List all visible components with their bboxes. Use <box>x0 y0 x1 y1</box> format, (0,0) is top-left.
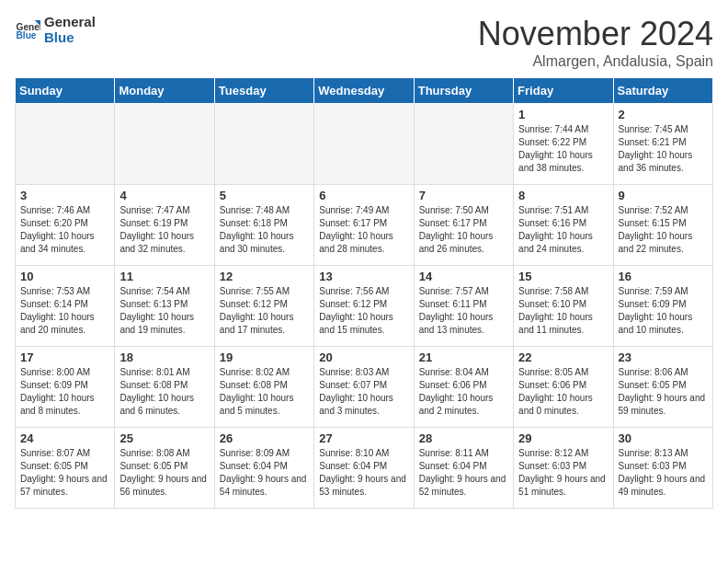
calendar-cell: 9Sunrise: 7:52 AM Sunset: 6:15 PM Daylig… <box>613 185 712 266</box>
day-number: 25 <box>119 431 209 445</box>
month-title: November 2024 <box>478 15 713 53</box>
day-number: 30 <box>619 431 708 445</box>
title-block: November 2024 Almargen, Andalusia, Spain <box>478 15 713 70</box>
day-number: 11 <box>119 270 209 283</box>
calendar-cell: 5Sunrise: 7:48 AM Sunset: 6:18 PM Daylig… <box>214 185 313 266</box>
day-number: 17 <box>20 350 109 364</box>
cell-info: Sunrise: 8:01 AM Sunset: 6:08 PM Dayligh… <box>119 366 209 418</box>
column-header-saturday: Saturday <box>613 78 712 104</box>
calendar-cell: 4Sunrise: 7:47 AM Sunset: 6:19 PM Daylig… <box>115 185 214 266</box>
calendar-table: SundayMondayTuesdayWednesdayThursdayFrid… <box>15 77 713 509</box>
calendar-cell: 21Sunrise: 8:04 AM Sunset: 6:06 PM Dayli… <box>414 347 513 428</box>
cell-info: Sunrise: 8:07 AM Sunset: 6:05 PM Dayligh… <box>20 447 109 499</box>
calendar-cell: 17Sunrise: 8:00 AM Sunset: 6:09 PM Dayli… <box>16 347 115 428</box>
day-number: 1 <box>518 108 608 121</box>
svg-text:Blue: Blue <box>17 30 37 40</box>
calendar-cell: 13Sunrise: 7:56 AM Sunset: 6:12 PM Dayli… <box>314 266 414 347</box>
calendar-cell: 16Sunrise: 7:59 AM Sunset: 6:09 PM Dayli… <box>613 266 712 347</box>
day-number: 2 <box>619 108 708 121</box>
calendar-cell <box>314 104 414 185</box>
week-row-4: 17Sunrise: 8:00 AM Sunset: 6:09 PM Dayli… <box>16 347 713 428</box>
calendar-cell: 10Sunrise: 7:53 AM Sunset: 6:14 PM Dayli… <box>16 266 115 347</box>
cell-info: Sunrise: 7:50 AM Sunset: 6:17 PM Dayligh… <box>419 204 508 256</box>
page-header: General Blue General Blue November 2024 … <box>15 15 713 70</box>
calendar-cell: 8Sunrise: 7:51 AM Sunset: 6:16 PM Daylig… <box>514 185 613 266</box>
day-number: 14 <box>419 270 508 283</box>
week-row-5: 24Sunrise: 8:07 AM Sunset: 6:05 PM Dayli… <box>16 428 713 509</box>
calendar-cell: 29Sunrise: 8:12 AM Sunset: 6:03 PM Dayli… <box>514 428 613 509</box>
cell-info: Sunrise: 8:13 AM Sunset: 6:03 PM Dayligh… <box>619 447 708 499</box>
calendar-cell: 28Sunrise: 8:11 AM Sunset: 6:04 PM Dayli… <box>414 428 513 509</box>
cell-info: Sunrise: 7:48 AM Sunset: 6:18 PM Dayligh… <box>220 204 309 256</box>
week-row-1: 1Sunrise: 7:44 AM Sunset: 6:22 PM Daylig… <box>16 104 713 185</box>
week-row-2: 3Sunrise: 7:46 AM Sunset: 6:20 PM Daylig… <box>16 185 713 266</box>
cell-info: Sunrise: 7:54 AM Sunset: 6:13 PM Dayligh… <box>119 285 209 337</box>
cell-info: Sunrise: 7:55 AM Sunset: 6:12 PM Dayligh… <box>220 285 309 337</box>
cell-info: Sunrise: 8:05 AM Sunset: 6:06 PM Dayligh… <box>518 366 608 418</box>
day-number: 22 <box>518 350 608 364</box>
cell-info: Sunrise: 8:03 AM Sunset: 6:07 PM Dayligh… <box>319 366 408 418</box>
logo-blue: Blue <box>44 30 96 46</box>
day-number: 24 <box>20 431 109 445</box>
calendar-cell: 19Sunrise: 8:02 AM Sunset: 6:08 PM Dayli… <box>214 347 313 428</box>
calendar-cell: 2Sunrise: 7:45 AM Sunset: 6:21 PM Daylig… <box>613 104 712 185</box>
day-number: 16 <box>619 270 708 283</box>
calendar-cell: 18Sunrise: 8:01 AM Sunset: 6:08 PM Dayli… <box>115 347 214 428</box>
cell-info: Sunrise: 7:44 AM Sunset: 6:22 PM Dayligh… <box>518 123 608 175</box>
day-number: 3 <box>20 189 109 202</box>
calendar-cell: 7Sunrise: 7:50 AM Sunset: 6:17 PM Daylig… <box>414 185 513 266</box>
cell-info: Sunrise: 7:52 AM Sunset: 6:15 PM Dayligh… <box>619 204 708 256</box>
cell-info: Sunrise: 8:04 AM Sunset: 6:06 PM Dayligh… <box>419 366 508 418</box>
cell-info: Sunrise: 7:46 AM Sunset: 6:20 PM Dayligh… <box>20 204 109 256</box>
calendar-cell <box>414 104 513 185</box>
column-header-sunday: Sunday <box>16 78 115 104</box>
calendar-header-row: SundayMondayTuesdayWednesdayThursdayFrid… <box>16 78 713 104</box>
day-number: 19 <box>220 350 309 364</box>
logo-icon: General Blue <box>15 17 40 43</box>
calendar-cell: 30Sunrise: 8:13 AM Sunset: 6:03 PM Dayli… <box>613 428 712 509</box>
cell-info: Sunrise: 8:10 AM Sunset: 6:04 PM Dayligh… <box>319 447 408 499</box>
calendar-cell: 15Sunrise: 7:58 AM Sunset: 6:10 PM Dayli… <box>514 266 613 347</box>
cell-info: Sunrise: 7:59 AM Sunset: 6:09 PM Dayligh… <box>619 285 708 337</box>
day-number: 21 <box>419 350 508 364</box>
day-number: 18 <box>119 350 209 364</box>
cell-info: Sunrise: 7:53 AM Sunset: 6:14 PM Dayligh… <box>20 285 109 337</box>
cell-info: Sunrise: 8:02 AM Sunset: 6:08 PM Dayligh… <box>220 366 309 418</box>
day-number: 9 <box>619 189 708 202</box>
logo-general: General <box>44 15 96 30</box>
calendar-cell: 22Sunrise: 8:05 AM Sunset: 6:06 PM Dayli… <box>514 347 613 428</box>
calendar-cell <box>214 104 313 185</box>
day-number: 20 <box>319 350 408 364</box>
day-number: 26 <box>220 431 309 445</box>
day-number: 12 <box>220 270 309 283</box>
day-number: 6 <box>319 189 408 202</box>
calendar-cell: 26Sunrise: 8:09 AM Sunset: 6:04 PM Dayli… <box>214 428 313 509</box>
cell-info: Sunrise: 8:12 AM Sunset: 6:03 PM Dayligh… <box>518 447 608 499</box>
cell-info: Sunrise: 7:51 AM Sunset: 6:16 PM Dayligh… <box>518 204 608 256</box>
day-number: 7 <box>419 189 508 202</box>
day-number: 8 <box>518 189 608 202</box>
logo: General Blue General Blue <box>15 15 96 45</box>
cell-info: Sunrise: 7:45 AM Sunset: 6:21 PM Dayligh… <box>619 123 708 175</box>
calendar-cell <box>16 104 115 185</box>
column-header-friday: Friday <box>514 78 613 104</box>
cell-info: Sunrise: 7:57 AM Sunset: 6:11 PM Dayligh… <box>419 285 508 337</box>
day-number: 29 <box>518 431 608 445</box>
calendar-cell: 11Sunrise: 7:54 AM Sunset: 6:13 PM Dayli… <box>115 266 214 347</box>
column-header-wednesday: Wednesday <box>314 78 414 104</box>
cell-info: Sunrise: 7:58 AM Sunset: 6:10 PM Dayligh… <box>518 285 608 337</box>
cell-info: Sunrise: 8:08 AM Sunset: 6:05 PM Dayligh… <box>119 447 209 499</box>
cell-info: Sunrise: 7:47 AM Sunset: 6:19 PM Dayligh… <box>119 204 209 256</box>
cell-info: Sunrise: 7:56 AM Sunset: 6:12 PM Dayligh… <box>319 285 408 337</box>
column-header-thursday: Thursday <box>414 78 513 104</box>
day-number: 10 <box>20 270 109 283</box>
cell-info: Sunrise: 7:49 AM Sunset: 6:17 PM Dayligh… <box>319 204 408 256</box>
calendar-cell: 24Sunrise: 8:07 AM Sunset: 6:05 PM Dayli… <box>16 428 115 509</box>
day-number: 28 <box>419 431 508 445</box>
cell-info: Sunrise: 8:09 AM Sunset: 6:04 PM Dayligh… <box>220 447 309 499</box>
day-number: 15 <box>518 270 608 283</box>
column-header-monday: Monday <box>115 78 214 104</box>
calendar-cell: 25Sunrise: 8:08 AM Sunset: 6:05 PM Dayli… <box>115 428 214 509</box>
cell-info: Sunrise: 8:00 AM Sunset: 6:09 PM Dayligh… <box>20 366 109 418</box>
cell-info: Sunrise: 8:06 AM Sunset: 6:05 PM Dayligh… <box>619 366 708 418</box>
